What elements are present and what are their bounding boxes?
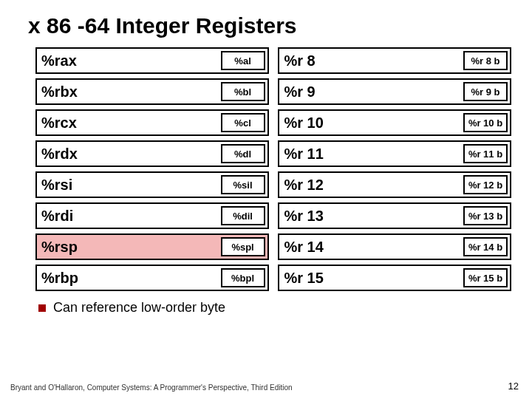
register-box: %rbp%bpl bbox=[35, 265, 269, 291]
table-row: %rdx%dl%r 11%r 11 b bbox=[35, 140, 511, 167]
column-gap bbox=[269, 233, 279, 260]
column-gap bbox=[269, 78, 279, 105]
register-8bit-label: %bpl bbox=[221, 268, 265, 287]
register-64bit-label: %r 10 bbox=[279, 115, 323, 130]
register-box: %r 8%r 8 b bbox=[278, 47, 511, 74]
register-64bit-label: %r 8 bbox=[279, 53, 315, 68]
register-8bit-label: %dil bbox=[221, 206, 265, 225]
register-box: %rbx%bl bbox=[35, 78, 269, 105]
register-cell-right: %r 13%r 13 b bbox=[278, 202, 511, 229]
table-row: %rax%al%r 8%r 8 b bbox=[35, 47, 511, 74]
register-64bit-label: %rdx bbox=[37, 146, 78, 161]
register-cell-right: %r 12%r 12 b bbox=[278, 171, 511, 198]
table-row: %rsp%spl%r 14%r 14 b bbox=[35, 233, 511, 260]
register-8bit-label: %cl bbox=[221, 113, 265, 132]
register-box: %rdi%dil bbox=[35, 202, 269, 229]
register-box: %rdx%dl bbox=[35, 140, 269, 167]
register-8bit-label: %r 11 b bbox=[463, 144, 508, 163]
column-gap bbox=[269, 202, 279, 229]
table-row: %rdi%dil%r 13%r 13 b bbox=[35, 202, 511, 229]
register-8bit-label: %r 15 b bbox=[463, 268, 508, 287]
register-box: %r 9%r 9 b bbox=[278, 78, 511, 105]
column-gap bbox=[269, 171, 279, 198]
bullet-item: Can reference low-order byte bbox=[38, 300, 532, 316]
register-box: %rsp%spl bbox=[35, 233, 269, 260]
column-gap bbox=[269, 47, 279, 74]
register-64bit-label: %r 13 bbox=[279, 208, 323, 223]
register-8bit-label: %r 13 b bbox=[463, 206, 508, 225]
register-box: %r 15%r 15 b bbox=[278, 265, 511, 291]
footer-citation: Bryant and O'Hallaron, Computer Systems:… bbox=[10, 383, 293, 392]
register-64bit-label: %rbp bbox=[37, 270, 78, 285]
register-64bit-label: %r 12 bbox=[279, 177, 323, 192]
page-number: 12 bbox=[508, 381, 519, 392]
register-cell-left: %rax%al bbox=[35, 47, 269, 74]
register-64bit-label: %r 11 bbox=[279, 146, 323, 161]
column-gap bbox=[269, 140, 279, 167]
register-64bit-label: %rax bbox=[37, 53, 77, 68]
column-gap bbox=[269, 109, 279, 136]
register-cell-right: %r 8%r 8 b bbox=[278, 47, 511, 74]
register-64bit-label: %rcx bbox=[37, 115, 77, 130]
register-8bit-label: %al bbox=[221, 51, 265, 70]
register-8bit-label: %sil bbox=[221, 175, 265, 194]
register-box: %r 10%r 10 b bbox=[278, 109, 511, 136]
register-cell-right: %r 11%r 11 b bbox=[278, 140, 511, 167]
register-box: %r 13%r 13 b bbox=[278, 202, 511, 229]
register-cell-left: %rdi%dil bbox=[35, 202, 269, 229]
table-row: %rbx%bl%r 9%r 9 b bbox=[35, 78, 511, 105]
register-8bit-label: %spl bbox=[221, 237, 265, 256]
register-cell-left: %rdx%dl bbox=[35, 140, 269, 167]
register-8bit-label: %r 8 b bbox=[463, 51, 508, 70]
register-table-wrap: %rax%al%r 8%r 8 b%rbx%bl%r 9%r 9 b%rcx%c… bbox=[35, 43, 511, 296]
table-row: %rbp%bpl%r 15%r 15 b bbox=[35, 265, 511, 291]
page-title: x 86 -64 Integer Registers bbox=[28, 13, 532, 38]
register-box: %rcx%cl bbox=[35, 109, 269, 136]
register-64bit-label: %r 14 bbox=[279, 239, 323, 254]
register-64bit-label: %r 15 bbox=[279, 270, 323, 285]
register-8bit-label: %r 9 b bbox=[463, 82, 508, 101]
register-box: %rsi%sil bbox=[35, 171, 269, 198]
register-8bit-label: %r 14 b bbox=[463, 237, 508, 256]
register-8bit-label: %r 10 b bbox=[463, 113, 508, 132]
bullet-text: Can reference low-order byte bbox=[53, 300, 225, 316]
register-cell-left: %rbx%bl bbox=[35, 78, 269, 105]
register-table: %rax%al%r 8%r 8 b%rbx%bl%r 9%r 9 b%rcx%c… bbox=[35, 43, 511, 296]
register-cell-right: %r 10%r 10 b bbox=[278, 109, 511, 136]
table-row: %rcx%cl%r 10%r 10 b bbox=[35, 109, 511, 136]
bullet-icon bbox=[38, 304, 46, 312]
register-64bit-label: %rbx bbox=[37, 84, 78, 99]
register-box: %r 12%r 12 b bbox=[278, 171, 511, 198]
register-64bit-label: %rdi bbox=[37, 208, 73, 223]
column-gap bbox=[269, 265, 279, 291]
register-8bit-label: %dl bbox=[221, 144, 265, 163]
register-cell-left: %rsi%sil bbox=[35, 171, 269, 198]
register-box: %r 11%r 11 b bbox=[278, 140, 511, 167]
register-64bit-label: %rsi bbox=[37, 177, 72, 192]
register-8bit-label: %r 12 b bbox=[463, 175, 508, 194]
table-row: %rsi%sil%r 12%r 12 b bbox=[35, 171, 511, 198]
register-64bit-label: %r 9 bbox=[279, 84, 315, 99]
register-8bit-label: %bl bbox=[221, 82, 265, 101]
register-box: %r 14%r 14 b bbox=[278, 233, 511, 260]
register-cell-right: %r 14%r 14 b bbox=[278, 233, 511, 260]
register-cell-right: %r 9%r 9 b bbox=[278, 78, 511, 105]
register-cell-left: %rsp%spl bbox=[35, 233, 269, 260]
register-cell-left: %rcx%cl bbox=[35, 109, 269, 136]
register-box: %rax%al bbox=[35, 47, 269, 74]
register-cell-left: %rbp%bpl bbox=[35, 265, 269, 291]
register-cell-right: %r 15%r 15 b bbox=[278, 265, 511, 291]
register-64bit-label: %rsp bbox=[37, 239, 78, 254]
